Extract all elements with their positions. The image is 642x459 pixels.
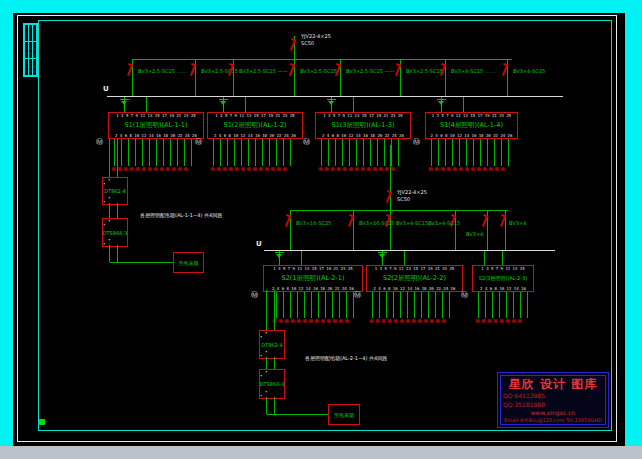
feeder1-label-line2: SC50 xyxy=(301,41,314,46)
distribution-panel: 1 3 5 7 9 11 13 15 17 19 21 23 25 S2(1层照… xyxy=(263,265,363,292)
panel-name: S1(2层照明)(AL-1-2) xyxy=(208,122,302,129)
distribution-panel: 1 3 5 7 9 11 13 15 17 19 21 23 25 S1(2层照… xyxy=(207,112,303,139)
surge-arrester-icon xyxy=(124,100,125,109)
distribution-panel: 1 3 5 7 9 11 13 15 17 19 21 23 25 S1(4层照… xyxy=(425,112,518,139)
lamp-symbols: ⊗⊗⊗⊗⊗⊗⊗⊗⊗⊗⊗⊗⊗ xyxy=(318,166,396,172)
distribution-panel: 1 3 5 7 9 11 13 15 17 19 21 23 25 S1(1层照… xyxy=(108,112,204,139)
wire xyxy=(404,251,405,265)
branch-label: BV3×16-SC25 xyxy=(296,221,331,226)
circuit-wires xyxy=(431,139,513,166)
meter-box-label: 至电表箱 xyxy=(334,412,354,418)
branch-label: BV3×2.5-SC15 —— xyxy=(239,69,287,74)
wire xyxy=(245,97,246,112)
qq-line-2: QQ:35281988 xyxy=(503,401,545,408)
cad-window: YJV22-4×25 SC50 BV3×2.5-SC15 …… BV3×2.5-… xyxy=(0,0,642,459)
title-strip-table xyxy=(23,23,38,77)
wire xyxy=(301,251,302,265)
terminal-row-bottom: 2 4 6 8 10 12 14 16 18 20 22 24 26 xyxy=(426,133,517,138)
feeder1-label-line1: YJV22-4×25 xyxy=(301,34,331,39)
meter-box: ∙ ∙ DTS866-3 ∙ ∙ xyxy=(259,369,285,399)
wire-pair xyxy=(109,139,118,177)
bus2-line xyxy=(264,250,555,251)
kwh-meter-icon: Ⓜ xyxy=(96,139,103,146)
bus1-phase-label: U xyxy=(103,86,109,93)
wire xyxy=(110,262,173,263)
branch-label: BV3×4-SC15 xyxy=(428,221,460,226)
branch-label: BV3×4 xyxy=(466,232,483,237)
terminal-dots: ∙ ∙ xyxy=(103,178,127,186)
terminal-row-top: 1 3 5 7 9 11 13 15 17 19 21 23 25 xyxy=(264,266,362,271)
surge-arrester-icon xyxy=(441,100,442,109)
terminal-row-bottom: 2 4 6 8 10 12 14 16 18 20 22 24 26 xyxy=(367,286,462,291)
note-text: 各层照明配电箱(AL-2-1~4) 共4回路 xyxy=(305,356,387,361)
branch-label: BV3×2.5-SC15 xyxy=(300,69,337,74)
branch-label: BV3×4-SC15 …… xyxy=(451,69,495,74)
meter-box-label: DTS866-3 xyxy=(260,381,285,387)
branch-label: BV3×2.5-SC15 xyxy=(406,69,443,74)
lamp-symbols: ⊗⊗⊗⊗⊗⊗⊗⊗⊗⊗⊗⊗⊗ xyxy=(369,318,447,324)
note-text: 各层照明配电箱(AL-1-1~4) 共4回路 xyxy=(140,213,222,218)
wire-pair xyxy=(266,397,275,414)
website-line: www.xingxc.cn xyxy=(531,409,576,416)
feeder2-label-line2: SC50 xyxy=(397,197,410,202)
wire xyxy=(146,97,147,112)
bus1-line xyxy=(107,96,563,97)
kwh-meter-icon: Ⓜ xyxy=(195,139,202,146)
lamp-symbols: ⊗⊗⊗⊗⊗⊗⊗⊗⊗⊗⊗⊗⊗ xyxy=(111,166,189,172)
meter-box: ∙ ∙ DT862-4 ∙ ∙ xyxy=(259,330,285,359)
surge-arrester-icon xyxy=(331,100,332,109)
terminal-row-top: 1 3 5 7 9 11 13 15 17 19 21 23 25 xyxy=(426,113,517,118)
panel-name: S1(1层照明)(AL-1-1) xyxy=(109,122,203,129)
company-title: 星欣 设计 图库 xyxy=(509,378,597,391)
wire xyxy=(484,251,485,265)
meter-box: ∙ ∙ DT862-4 ∙ ∙ xyxy=(102,177,128,205)
email-line: Email:4r64nu@126.com Tel:13859GHD xyxy=(504,417,602,423)
qq-line-1: QQ:64123985 xyxy=(503,392,545,399)
terminal-dots: ∙ ∙ xyxy=(260,331,284,339)
terminal-row-top: 1 3 5 7 9 11 13 15 17 19 21 23 25 xyxy=(109,113,203,118)
wire xyxy=(463,97,464,112)
title-block: 星欣 设计 图库 QQ:64123985 QQ:35281988 www.xin… xyxy=(497,372,609,428)
panel-name: S1(4层照明)(AL-1-4) xyxy=(426,122,517,129)
distribution-panel: 1 3 5 7 9 11 13 15 17 19 21 23 25 S2(2层照… xyxy=(366,265,463,292)
meter-box: ∙ ∙ DTS866-3 ∙ ∙ xyxy=(102,218,128,247)
terminal-row-bottom: 2 4 6 8 10 12 14 16 18 20 22 24 26 xyxy=(316,133,410,138)
lamp-symbols: ⊗⊗⊗⊗⊗⊗⊗⊗⊗⊗⊗⊗⊗ xyxy=(272,318,350,324)
distribution-panel: 1 3 5 7 9 11 13 15 S2(3层照明)(AL-2-3) 2 4 … xyxy=(472,265,534,292)
terminal-row-bottom: 2 4 6 8 10 12 14 16 18 20 22 24 26 xyxy=(264,286,362,291)
panel-name: S1(3层照明)(AL-1-3) xyxy=(316,122,410,129)
kwh-meter-icon: Ⓜ xyxy=(354,292,361,299)
terminal-row-bottom: 2 4 6 8 10 12 14 16 18 20 22 24 26 xyxy=(109,133,203,138)
surge-arrester-icon xyxy=(279,253,280,262)
wire-pair xyxy=(266,357,275,369)
circuit-wires xyxy=(213,139,297,166)
panel-name: S2(3层照明)(AL-2-3) xyxy=(473,275,533,282)
meter-box-label: DTS866-3 xyxy=(103,230,128,236)
lamp-symbols: ⊗⊗⊗⊗⊗⊗⊗⊗ xyxy=(475,318,523,324)
feeder2-label-line1: YJV22-4×25 xyxy=(397,190,427,195)
terminal-dots: ∙ ∙ xyxy=(103,219,127,227)
meter-outlet-box: 至电表箱 xyxy=(328,404,360,425)
kwh-meter-icon: Ⓜ xyxy=(251,292,258,299)
status-strip xyxy=(0,446,642,459)
meter-box-label: DT862-4 xyxy=(261,342,282,348)
branch-label: BV3×2.5-SC15 —— xyxy=(346,69,394,74)
panel-name: S2(2层照明)(AL-2-2) xyxy=(367,275,462,282)
wire-pair xyxy=(266,290,275,330)
branch-label: BV3×2.5-SC15 …… xyxy=(138,69,186,74)
title-block-inner-frame: 星欣 设计 图库 QQ:64123985 QQ:35281988 www.xin… xyxy=(500,375,606,425)
rail-bus xyxy=(290,210,508,211)
wire-pair xyxy=(109,245,118,262)
kwh-meter-icon: Ⓜ xyxy=(461,292,468,299)
branch-label: BV3×4-SC15 xyxy=(513,69,545,74)
surge-arrester-icon xyxy=(382,253,383,262)
circuit-wires xyxy=(478,292,528,318)
terminal-row-top: 1 3 5 7 9 11 13 15 17 19 21 23 25 xyxy=(367,266,462,271)
distribution-panel: 1 3 5 7 9 11 13 15 17 19 21 23 25 S1(3层照… xyxy=(315,112,411,139)
wire xyxy=(353,97,354,112)
terminal-row-bottom: 2 4 6 8 10 12 14 16 18 20 22 24 26 xyxy=(208,133,302,138)
meter-box-label: 至电表箱 xyxy=(179,260,199,266)
terminal-row-top: 1 3 5 7 9 11 13 15 17 19 21 23 25 xyxy=(208,113,302,118)
panel-name: S2(1层照明)(AL-2-1) xyxy=(264,275,362,282)
meter-outlet-box: 至电表箱 xyxy=(173,252,204,273)
